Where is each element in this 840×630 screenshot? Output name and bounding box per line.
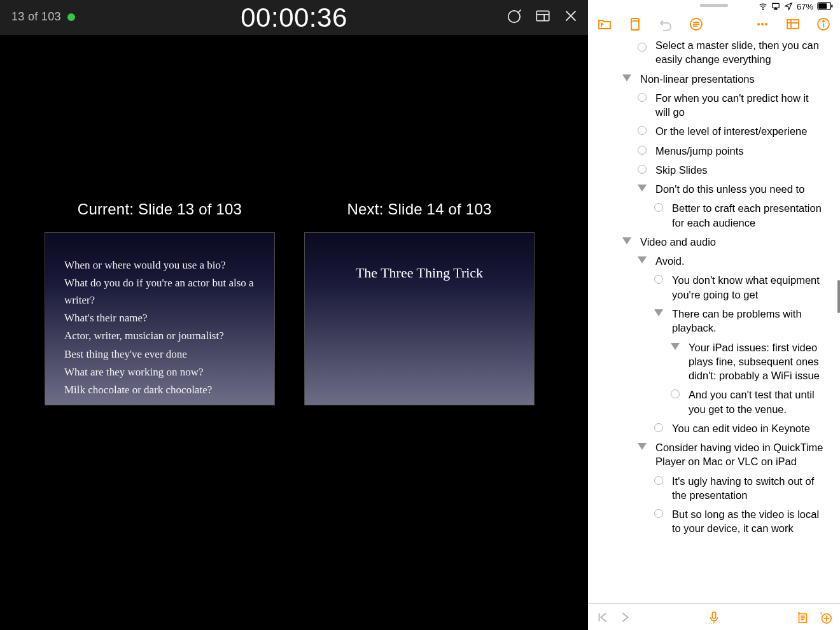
slide-line: What's their name? xyxy=(64,310,255,326)
status-circle-icon[interactable] xyxy=(654,423,663,432)
outline-row[interactable]: Skip Slides xyxy=(588,160,840,179)
location-icon xyxy=(784,2,793,11)
slide-line: Actor, writer, musician or journalist? xyxy=(64,328,255,344)
outline-list[interactable]: Select a master slide, then you can easi… xyxy=(588,38,840,603)
status-circle-icon[interactable] xyxy=(654,203,663,212)
slide-counter-text: 13 of 103 xyxy=(11,10,61,24)
documents-icon[interactable] xyxy=(597,17,612,32)
nav-first-icon[interactable] xyxy=(596,610,610,624)
disclosure-triangle-icon[interactable] xyxy=(622,74,631,81)
presenter-timer[interactable]: 00:00:36 xyxy=(241,3,347,33)
multitasking-handle-icon[interactable] xyxy=(700,4,728,7)
status-circle-icon[interactable] xyxy=(638,126,647,135)
outline-text[interactable]: Avoid. xyxy=(655,254,831,268)
disclosure-triangle-icon[interactable] xyxy=(671,343,680,350)
outline-text[interactable]: Consider having video in QuickTime Playe… xyxy=(655,440,831,469)
presenter-view: 13 of 103 00:00:36 Current: Slide 13 of … xyxy=(0,0,588,630)
add-icon[interactable] xyxy=(818,610,832,624)
svg-rect-20 xyxy=(787,20,799,29)
outline-text[interactable]: Your iPad issues: first video plays fine… xyxy=(689,340,831,383)
info-icon[interactable] xyxy=(816,17,831,32)
status-circle-icon[interactable] xyxy=(654,509,663,518)
next-slide-preview[interactable]: The Three Thing Trick xyxy=(304,232,535,405)
note-icon[interactable] xyxy=(795,610,809,624)
wifi-icon xyxy=(759,2,767,11)
recording-indicator-icon xyxy=(67,13,75,21)
outline-row[interactable]: You can edit video in Keynote xyxy=(588,419,840,438)
outline-row[interactable]: But so long as the video is local to you… xyxy=(588,505,840,538)
outline-row[interactable]: Select a master slide, then you can easi… xyxy=(588,38,840,69)
svg-rect-11 xyxy=(631,18,639,30)
microphone-icon[interactable] xyxy=(707,610,721,624)
svg-rect-1 xyxy=(536,11,549,20)
outline-row[interactable]: Don't do this unless you need to xyxy=(588,179,840,199)
status-circle-icon[interactable] xyxy=(638,43,647,52)
current-slide-label: Current: Slide 13 of 103 xyxy=(45,200,275,218)
slide-line: What are they working on now? xyxy=(64,364,255,381)
status-circle-icon[interactable] xyxy=(638,93,647,102)
notes-bottom-bar xyxy=(588,603,840,630)
outline-row[interactable]: Avoid. xyxy=(588,251,840,270)
disclosure-triangle-icon[interactable] xyxy=(654,309,663,316)
outline-text[interactable]: You can edit video in Keynote xyxy=(672,421,831,435)
outline-row[interactable]: And you can't test that until you get to… xyxy=(588,385,840,419)
outline-row[interactable]: Better to craft each presentation for ea… xyxy=(588,199,840,232)
notes-toolbar xyxy=(588,13,840,38)
outline-text[interactable]: Better to craft each presentation for ea… xyxy=(672,201,831,230)
outline-row[interactable]: Non-linear presentations xyxy=(588,69,840,88)
outline-text[interactable]: Menus/jump points xyxy=(655,144,831,158)
outline-text[interactable]: It's ugly having to switch out of the pr… xyxy=(672,474,831,503)
outline-text[interactable]: Select a master slide, then you can easi… xyxy=(655,38,831,67)
disclosure-triangle-icon[interactable] xyxy=(638,443,647,450)
status-circle-icon[interactable] xyxy=(638,146,647,155)
svg-point-19 xyxy=(765,23,767,25)
airplay-icon xyxy=(771,2,780,11)
scroll-indicator[interactable] xyxy=(837,280,840,313)
status-circle-icon[interactable] xyxy=(654,476,663,485)
outline-row[interactable]: Your iPad issues: first video plays fine… xyxy=(588,338,840,386)
outline-text[interactable]: And you can't test that until you get to… xyxy=(689,388,831,416)
slide-line: Milk chocolate or dark chocolate? xyxy=(64,382,255,398)
nav-next-icon[interactable] xyxy=(619,610,633,624)
outline-text[interactable]: Don't do this unless you need to xyxy=(655,182,831,196)
outline-row[interactable]: There can be problems with playback. xyxy=(588,304,840,338)
presenter-toolbar xyxy=(507,8,579,24)
outline-text[interactable]: For when you can't predict how it will g… xyxy=(655,91,831,120)
status-circle-icon[interactable] xyxy=(671,389,680,398)
outline-text[interactable]: Or the level of interest/experiene xyxy=(655,124,831,138)
disclosure-triangle-icon[interactable] xyxy=(638,185,647,192)
status-circle-icon[interactable] xyxy=(654,275,663,284)
notes-panel: 67% xyxy=(588,0,840,630)
svg-point-6 xyxy=(762,9,763,10)
undo-icon[interactable] xyxy=(658,17,673,32)
close-icon[interactable] xyxy=(563,8,579,24)
status-circle-icon[interactable] xyxy=(638,165,647,174)
current-slide-col: Current: Slide 13 of 103 When or where w… xyxy=(45,200,275,405)
outline-row[interactable]: Consider having video in QuickTime Playe… xyxy=(588,438,840,472)
document-icon[interactable] xyxy=(627,17,643,32)
outline-row[interactable]: Or the level of interest/experiene xyxy=(588,122,840,141)
svg-point-17 xyxy=(757,23,760,25)
outline-text[interactable]: But so long as the video is local to you… xyxy=(672,507,831,536)
outline-row[interactable]: You don't know what equipment you're goi… xyxy=(588,270,840,304)
annotate-icon[interactable] xyxy=(507,8,523,24)
outline-text[interactable]: Non-linear presentations xyxy=(640,72,831,86)
outline-text[interactable]: There can be problems with playback. xyxy=(672,307,831,335)
slide-counter: 13 of 103 xyxy=(11,10,75,24)
outline-row[interactable]: Video and audio xyxy=(588,232,840,251)
disclosure-triangle-icon[interactable] xyxy=(638,256,647,263)
disclosure-triangle-icon[interactable] xyxy=(622,237,631,244)
outline-text[interactable]: You don't know what equipment you're goi… xyxy=(672,273,831,302)
outline-row[interactable]: For when you can't predict how it will g… xyxy=(588,88,840,122)
svg-rect-27 xyxy=(712,612,716,618)
outline-style-icon[interactable] xyxy=(689,17,704,32)
current-slide-preview[interactable]: When or where would you use a bio?What d… xyxy=(45,232,275,405)
more-icon[interactable] xyxy=(755,17,770,32)
outline-row[interactable]: It's ugly having to switch out of the pr… xyxy=(588,472,840,505)
outline-text[interactable]: Skip Slides xyxy=(655,163,831,177)
layout-icon[interactable] xyxy=(535,8,551,24)
outline-text[interactable]: Video and audio xyxy=(640,235,831,249)
outline-row[interactable]: Menus/jump points xyxy=(588,141,840,160)
battery-percent: 67% xyxy=(797,2,813,11)
view-icon[interactable] xyxy=(785,17,801,32)
